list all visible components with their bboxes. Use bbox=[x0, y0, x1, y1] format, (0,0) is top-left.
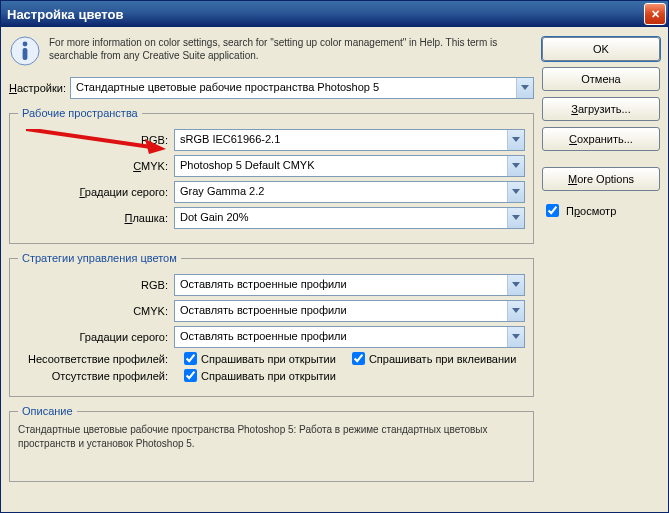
gray-dropdown[interactable]: Gray Gamma 2.2 bbox=[174, 181, 525, 203]
cmyk-value: Photoshop 5 Default CMYK bbox=[175, 156, 507, 176]
more-label: More Options bbox=[568, 173, 634, 185]
spot-value: Dot Gain 20% bbox=[175, 208, 507, 228]
save-label: Сохранить... bbox=[569, 133, 633, 145]
load-label: Загрузить... bbox=[571, 103, 630, 115]
missing-label: Отсутствие профилей: bbox=[18, 370, 168, 382]
chevron-down-icon[interactable] bbox=[516, 78, 533, 98]
info-text: For more information on color settings, … bbox=[49, 35, 534, 67]
rgb-label: RGB: bbox=[18, 134, 168, 146]
settings-label: Настройки: bbox=[9, 82, 66, 94]
legend-description: Описание bbox=[18, 405, 77, 417]
spot-dropdown[interactable]: Dot Gain 20% bbox=[174, 207, 525, 229]
policy-gray-label: Градации серого: bbox=[18, 331, 168, 343]
svg-marker-10 bbox=[512, 282, 520, 287]
right-column: OK Отмена Загрузить... Сохранить... More… bbox=[542, 35, 660, 490]
chevron-down-icon[interactable] bbox=[507, 182, 524, 202]
close-icon: ✕ bbox=[651, 9, 660, 20]
mismatch-open-checkbox[interactable] bbox=[184, 352, 197, 365]
missing-open-text: Спрашивать при открытии bbox=[201, 370, 336, 382]
titlebar: Настройка цветов ✕ bbox=[1, 1, 668, 27]
load-button[interactable]: Загрузить... bbox=[542, 97, 660, 121]
policy-gray-dropdown[interactable]: Оставлять встроенные профили bbox=[174, 326, 525, 348]
svg-rect-2 bbox=[23, 48, 28, 60]
cancel-button[interactable]: Отмена bbox=[542, 67, 660, 91]
preview-label: Просмотр bbox=[566, 205, 616, 217]
legend-policies: Стратегии управления цветом bbox=[18, 252, 181, 264]
policy-cmyk-label: CMYK: bbox=[18, 305, 168, 317]
policy-cmyk-value: Оставлять встроенные профили bbox=[175, 301, 507, 321]
svg-marker-6 bbox=[512, 137, 520, 142]
cmyk-dropdown[interactable]: Photoshop 5 Default CMYK bbox=[174, 155, 525, 177]
mismatch-paste-check[interactable]: Спрашивать при вклеивании bbox=[352, 352, 516, 365]
gray-label: Градации серого: bbox=[18, 186, 168, 198]
svg-marker-7 bbox=[512, 163, 520, 168]
chevron-down-icon[interactable] bbox=[507, 156, 524, 176]
settings-row: Настройки: Стандартные цветовые рабочие … bbox=[9, 77, 534, 99]
settings-dropdown[interactable]: Стандартные цветовые рабочие пространств… bbox=[70, 77, 534, 99]
missing-open-check[interactable]: Спрашивать при открытии bbox=[184, 369, 336, 382]
window-title: Настройка цветов bbox=[7, 7, 644, 22]
mismatch-open-text: Спрашивать при открытии bbox=[201, 353, 336, 365]
dialog-window: Настройка цветов ✕ For more information … bbox=[0, 0, 669, 513]
description-body: Стандартные цветовые рабочие пространств… bbox=[18, 423, 525, 471]
gray-value: Gray Gamma 2.2 bbox=[175, 182, 507, 202]
group-description: Описание Стандартные цветовые рабочие пр… bbox=[9, 405, 534, 482]
rgb-dropdown[interactable]: sRGB IEC61966-2.1 bbox=[174, 129, 525, 151]
client-area: For more information on color settings, … bbox=[1, 27, 668, 498]
rgb-value: sRGB IEC61966-2.1 bbox=[175, 130, 507, 150]
svg-marker-11 bbox=[512, 308, 520, 313]
svg-marker-8 bbox=[512, 189, 520, 194]
missing-open-checkbox[interactable] bbox=[184, 369, 197, 382]
mismatch-label: Несоответствие профилей: bbox=[18, 353, 168, 365]
settings-value: Стандартные цветовые рабочие пространств… bbox=[71, 78, 516, 98]
ok-label: OK bbox=[593, 43, 609, 55]
policy-rgb-dropdown[interactable]: Оставлять встроенные профили bbox=[174, 274, 525, 296]
group-policies: Стратегии управления цветом RGB: Оставля… bbox=[9, 252, 534, 397]
close-button[interactable]: ✕ bbox=[644, 3, 666, 25]
policy-gray-value: Оставлять встроенные профили bbox=[175, 327, 507, 347]
policy-rgb-value: Оставлять встроенные профили bbox=[175, 275, 507, 295]
svg-point-1 bbox=[23, 42, 28, 47]
policy-cmyk-dropdown[interactable]: Оставлять встроенные профили bbox=[174, 300, 525, 322]
policy-rgb-label: RGB: bbox=[18, 279, 168, 291]
chevron-down-icon[interactable] bbox=[507, 275, 524, 295]
group-workspaces: Рабочие пространства RGB: sRGB IEC61966-… bbox=[9, 107, 534, 244]
mismatch-open-check[interactable]: Спрашивать при открытии bbox=[184, 352, 336, 365]
legend-workspaces: Рабочие пространства bbox=[18, 107, 142, 119]
svg-marker-12 bbox=[512, 334, 520, 339]
more-options-button[interactable]: More Options bbox=[542, 167, 660, 191]
chevron-down-icon[interactable] bbox=[507, 327, 524, 347]
preview-checkbox[interactable] bbox=[546, 204, 559, 217]
svg-marker-9 bbox=[512, 215, 520, 220]
save-button[interactable]: Сохранить... bbox=[542, 127, 660, 151]
chevron-down-icon[interactable] bbox=[507, 130, 524, 150]
spot-label: Плашка: bbox=[18, 212, 168, 224]
info-section: For more information on color settings, … bbox=[9, 35, 534, 67]
cmyk-label: CMYK: bbox=[18, 160, 168, 172]
left-column: For more information on color settings, … bbox=[9, 35, 534, 490]
chevron-down-icon[interactable] bbox=[507, 301, 524, 321]
mismatch-paste-text: Спрашивать при вклеивании bbox=[369, 353, 516, 365]
chevron-down-icon[interactable] bbox=[507, 208, 524, 228]
cancel-label: Отмена bbox=[581, 73, 620, 85]
svg-marker-3 bbox=[521, 85, 529, 90]
info-icon bbox=[9, 35, 41, 67]
mismatch-paste-checkbox[interactable] bbox=[352, 352, 365, 365]
ok-button[interactable]: OK bbox=[542, 37, 660, 61]
